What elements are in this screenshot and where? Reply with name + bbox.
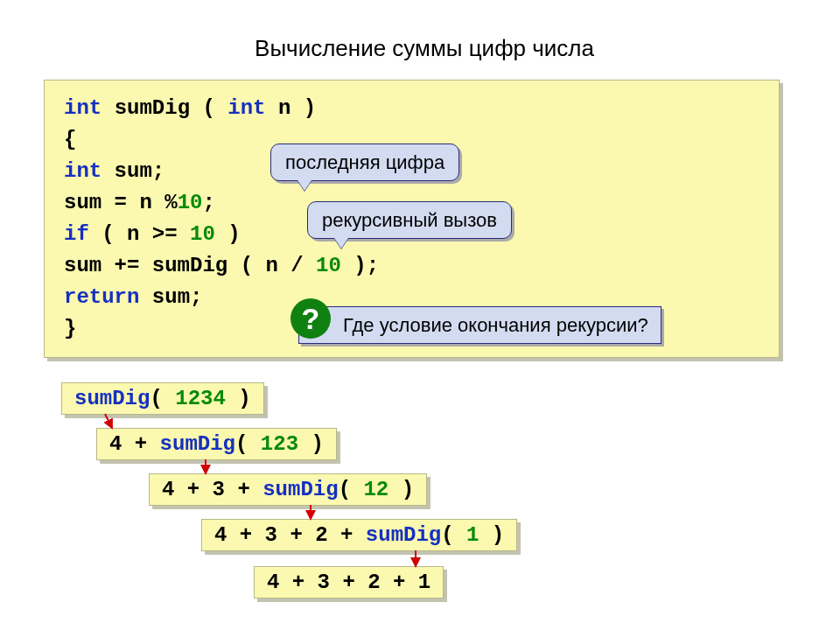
callout-last-digit: последняя цифра [270, 144, 459, 181]
code-block: int sumDig ( int n ) { int sum; sum = n … [44, 80, 780, 358]
svg-line-0 [105, 414, 112, 428]
trace-step-5: 4 + 3 + 2 + 1 [254, 566, 444, 598]
trace-step-1: sumDig( 1234 ) [61, 382, 264, 415]
slide: Вычисление суммы цифр числа int sumDig (… [44, 35, 805, 630]
code-line-1: int sumDig ( int n ) [64, 93, 760, 124]
trace-area: sumDig( 1234 ) 4 + sumDig( 123 ) 4 + 3 +… [61, 382, 805, 630]
callout-recursive-call: рекурсивный вызов [307, 201, 512, 239]
question-text: Где условие окончания рекурсии? [343, 314, 648, 336]
trace-step-4: 4 + 3 + 2 + sumDig( 1 ) [201, 519, 517, 551]
question-mark-icon: ? [290, 298, 331, 339]
trace-step-3: 4 + 3 + sumDig( 12 ) [149, 473, 427, 506]
callout-question: ? Где условие окончания рекурсии? [298, 306, 662, 344]
kw-int2: int [228, 96, 265, 120]
slide-title: Вычисление суммы цифр числа [44, 35, 805, 62]
kw-int: int [64, 96, 102, 120]
fn-name: sumDig [115, 96, 190, 120]
trace-step-2: 4 + sumDig( 123 ) [96, 428, 337, 460]
code-line-6: sum += sumDig ( n / 10 ); [64, 250, 760, 282]
